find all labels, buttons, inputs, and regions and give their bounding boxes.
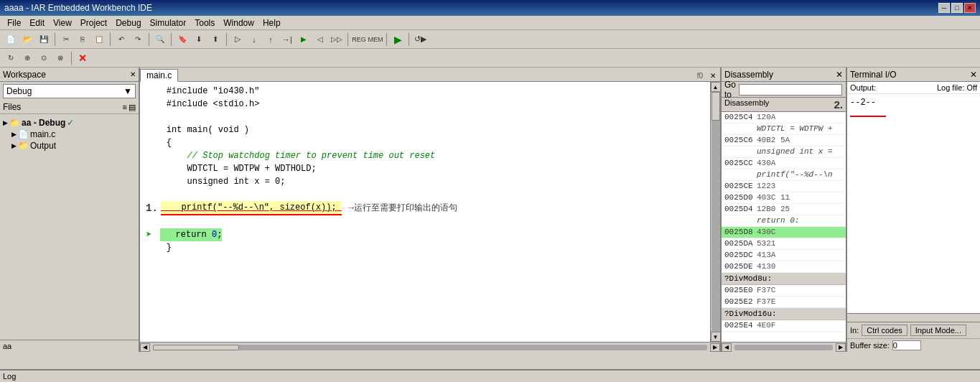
- tb2-btn2[interactable]: ⊕: [19, 50, 35, 66]
- close-button[interactable]: ✕: [964, 3, 976, 13]
- files-icon-2[interactable]: ▤: [129, 103, 136, 112]
- save-button[interactable]: 💾: [36, 32, 52, 47]
- workspace-close-button[interactable]: ✕: [130, 70, 136, 78]
- dis-section-title-bar: Disassembly 2.: [722, 98, 846, 112]
- input-mode-button[interactable]: Input Mode...: [910, 325, 966, 336]
- editor-vscroll[interactable]: ▲ ▼: [710, 82, 720, 342]
- tb2-btn4[interactable]: ⊗: [52, 50, 68, 66]
- disassembly-close-button[interactable]: ✕: [836, 70, 843, 80]
- redo-button[interactable]: ↷: [130, 32, 146, 47]
- dis-row-0025dc: 0025DC 413A: [722, 250, 846, 261]
- bookmark-prev-button[interactable]: ⬆: [207, 32, 223, 47]
- bookmark-button[interactable]: 🔖: [174, 32, 190, 47]
- menu-tools[interactable]: Tools: [190, 17, 219, 29]
- workspace-dropdown[interactable]: Debug ▼: [3, 84, 136, 98]
- expand-icon-3: ▶: [11, 142, 17, 149]
- main-layout: Workspace ✕ Debug ▼ Files ≡ ▤ ▶ 📁 aa - D…: [0, 67, 980, 352]
- buffer-size-label: Buffer size:: [850, 341, 890, 350]
- terminal-output-bar: Output: Log file: Off: [847, 82, 980, 94]
- stop-debug-button[interactable]: ✕: [75, 50, 90, 66]
- tree-item-output[interactable]: ▶ 📁 Output: [11, 140, 136, 152]
- cut-button[interactable]: ✂: [58, 32, 74, 47]
- menu-window[interactable]: Window: [219, 17, 258, 29]
- open-button[interactable]: 📂: [19, 32, 35, 47]
- file-icon: 📄: [18, 129, 29, 139]
- goto-input[interactable]: [739, 84, 842, 96]
- hscroll-thumb[interactable]: [153, 345, 239, 350]
- tb2-btn1[interactable]: ↻: [3, 50, 19, 66]
- undo-button[interactable]: ↶: [113, 32, 129, 47]
- dis-hscroll[interactable]: ◀ ▶: [722, 342, 846, 352]
- return-line: return 0;: [160, 228, 222, 241]
- maximize-button[interactable]: □: [951, 3, 963, 13]
- run-to-cursor-button[interactable]: →|: [279, 32, 295, 47]
- menu-debug[interactable]: Debug: [111, 17, 145, 29]
- tree-item-project[interactable]: ▶ 📁 aa - Debug ✓: [3, 117, 136, 129]
- dis-section-divmod8u: ?DivMod8u:: [722, 273, 846, 285]
- memory-button[interactable]: MEM: [368, 32, 383, 47]
- dis-hscroll-left[interactable]: ◀: [722, 343, 732, 352]
- minimize-button[interactable]: ─: [938, 3, 950, 13]
- output-folder-icon: 📁: [18, 141, 29, 151]
- step-forward-button[interactable]: ▷▷: [329, 32, 345, 47]
- vscroll-thumb[interactable]: [711, 92, 720, 121]
- tree-item-mainc[interactable]: ▶ 📄 main.c: [11, 129, 136, 140]
- dis-hscroll-track[interactable]: [734, 345, 833, 350]
- paste-button[interactable]: 📋: [91, 32, 107, 47]
- dis-content[interactable]: 0025C4 120A WDTCTL = WDTPW + 0025C6 40B2…: [722, 112, 846, 342]
- tab-bar: main.c f0 ✕: [140, 67, 720, 82]
- files-icon-1[interactable]: ≡: [123, 103, 127, 112]
- workspace-dropdown-arrow: ▼: [123, 86, 132, 96]
- dis-row-printf-code: printf("--%d--\n: [722, 169, 846, 181]
- terminal-hscroll[interactable]: [847, 313, 980, 322]
- register-button[interactable]: REG: [351, 32, 367, 47]
- vscroll-up-button[interactable]: ▲: [711, 82, 721, 92]
- terminal-close-button[interactable]: ✕: [970, 70, 977, 80]
- bookmark-next-button[interactable]: ⬇: [191, 32, 207, 47]
- debug-start-button[interactable]: ▶: [390, 32, 406, 47]
- sep2: [110, 33, 111, 46]
- ctrl-codes-button[interactable]: Ctrl codes: [862, 325, 907, 336]
- menu-simulator[interactable]: Simulator: [146, 17, 191, 29]
- output-label: Output: [30, 141, 56, 151]
- editor-body: #include "io430.h" #include <stdio.h> in…: [140, 82, 720, 342]
- hscroll-left-button[interactable]: ◀: [140, 343, 150, 352]
- menu-project[interactable]: Project: [76, 17, 111, 29]
- dis-row-0025e0: 0025E0 F37C: [722, 285, 846, 297]
- code-area[interactable]: #include "io430.h" #include <stdio.h> in…: [140, 82, 710, 342]
- step-out-button[interactable]: ↑: [263, 32, 279, 47]
- project-check-icon: ✓: [67, 118, 74, 128]
- sep5: [226, 33, 227, 46]
- dis-section-title: Disassembly: [724, 98, 769, 111]
- app-title: aaaa - IAR Embedded Workbench IDE: [4, 3, 152, 13]
- run-button[interactable]: ▶: [296, 32, 312, 47]
- editor-close-button[interactable]: ✕: [706, 70, 720, 81]
- step-over-button[interactable]: ▷: [230, 32, 246, 47]
- dis-row-0025cc: 0025CC 430A: [722, 158, 846, 169]
- step-back-button[interactable]: ◁: [312, 32, 328, 47]
- dis-hscroll-right[interactable]: ▶: [836, 343, 846, 352]
- hscroll-track[interactable]: [153, 345, 707, 350]
- menu-file[interactable]: File: [3, 17, 25, 29]
- disassembly-header: Disassembly ✕: [722, 67, 846, 82]
- toolbar-1: 📄 📂 💾 ✂ ⎘ 📋 ↶ ↷ 🔍 🔖 ⬇ ⬆ ▷ ↓ ↑ →| ▶ ◁ ▷▷ …: [0, 30, 980, 49]
- hscroll-right-button[interactable]: ▶: [710, 343, 720, 352]
- files-label: Files: [3, 102, 21, 112]
- vscroll-track[interactable]: [711, 92, 720, 332]
- menu-help[interactable]: Help: [258, 17, 285, 29]
- editor-hscroll[interactable]: ◀ ▶: [140, 342, 720, 352]
- tb2-btn3[interactable]: ⊙: [36, 50, 52, 66]
- menu-edit[interactable]: Edit: [25, 17, 49, 29]
- find-button[interactable]: 🔍: [152, 32, 168, 47]
- vscroll-down-button[interactable]: ▼: [711, 332, 721, 342]
- code-line-5: {: [146, 136, 704, 149]
- menu-view[interactable]: View: [49, 17, 76, 29]
- copy-button[interactable]: ⎘: [75, 32, 90, 47]
- new-file-button[interactable]: 📄: [3, 32, 19, 47]
- step-into-button[interactable]: ↓: [246, 32, 262, 47]
- buffer-size-input[interactable]: [892, 340, 921, 350]
- code-line-6: // Stop watchdog timer to prevent time o…: [146, 149, 704, 162]
- reset-button[interactable]: ↺▶: [412, 32, 428, 47]
- dis-section-divmod16u: ?DivMod16u:: [722, 308, 846, 320]
- tab-mainc[interactable]: main.c: [140, 69, 178, 82]
